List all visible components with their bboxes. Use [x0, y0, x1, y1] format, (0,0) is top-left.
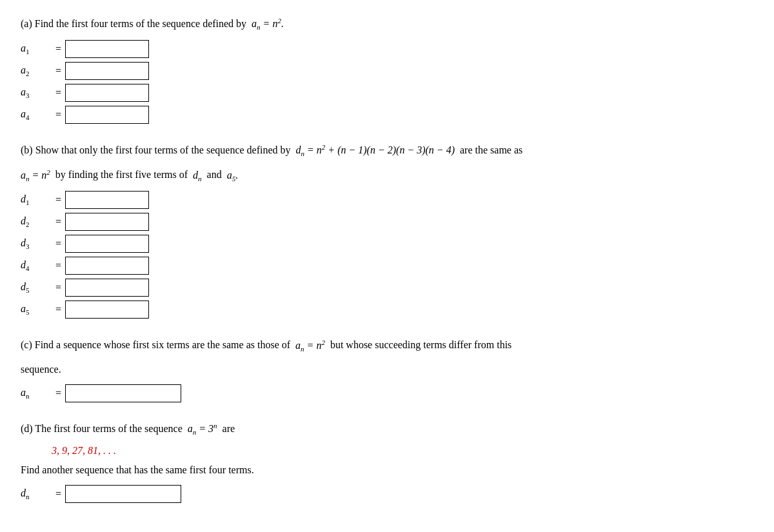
part-c-text2: sequence. [21, 361, 753, 378]
input-an-c[interactable] [65, 384, 181, 402]
label-d2: d2 [21, 215, 52, 228]
part-d-are: are [220, 423, 235, 434]
part-b-formula-dn: dn = n2 + (n − 1)(n − 2)(n − 3)(n − 4) [296, 144, 455, 155]
part-d-section: (d) The first four terms of the sequence… [21, 420, 753, 503]
input-d1[interactable] [65, 191, 149, 209]
part-c-but: but whose succeeding terms differ from t… [328, 340, 511, 351]
label-d1: d1 [21, 193, 52, 206]
part-b-and: and [204, 170, 224, 181]
label-a1: a1 [21, 43, 52, 55]
part-a-text: (a) Find the first four terms of the seq… [21, 15, 753, 34]
label-a5: a5 [21, 303, 52, 316]
eq-d2: = [55, 216, 61, 228]
part-a-row-1: a1 = [21, 40, 753, 58]
label-d4: d4 [21, 259, 52, 272]
part-a-section: (a) Find the first four terms of the seq… [21, 15, 753, 124]
part-b-section: (b) Show that only the first four terms … [21, 142, 753, 319]
part-c-formula: an = n2 [295, 340, 325, 351]
part-d-formula: an = 3n [188, 423, 217, 434]
input-a5[interactable] [65, 300, 149, 319]
input-d5[interactable] [65, 279, 149, 297]
eq-d4: = [55, 260, 61, 271]
label-dn-d: dn [21, 488, 52, 500]
eq-a5: = [55, 304, 61, 315]
part-b-row-d1: d1 = [21, 191, 753, 209]
part-c-label: (c) Find a sequence whose first six term… [21, 340, 293, 351]
eq-d1: = [55, 194, 61, 206]
part-b-a5-ref: a5. [227, 170, 239, 181]
part-b-row-d5: d5 = [21, 279, 753, 297]
part-b-byfinding: by finding the first five terms of [53, 170, 190, 181]
eq-a4: = [55, 109, 61, 121]
part-b-an-n2: an = n2 [21, 170, 50, 181]
label-a2: a2 [21, 64, 52, 77]
part-b-row-d3: d3 = [21, 235, 753, 253]
part-d-text: (d) The first four terms of the sequence… [21, 420, 753, 438]
input-d4[interactable] [65, 257, 149, 275]
eq-a3: = [55, 87, 61, 99]
eq-dn-d: = [55, 488, 61, 500]
part-b-row-d2: d2 = [21, 213, 753, 231]
part-a-row-3: a3 = [21, 84, 753, 102]
input-d3[interactable] [65, 235, 149, 253]
part-b-text2: an = n2 by finding the first five terms … [21, 166, 753, 184]
input-a3[interactable] [65, 84, 149, 102]
part-b-text: (b) Show that only the first four terms … [21, 142, 753, 160]
part-a-formula: an = n2. [252, 18, 284, 29]
label-a3: a3 [21, 86, 52, 99]
part-c-row: an = [21, 384, 753, 402]
part-d-label: (d) The first four terms of the sequence [21, 423, 185, 434]
eq-d5: = [55, 282, 61, 293]
part-c-sequence-word: sequence. [21, 364, 61, 375]
part-d-find: Find another sequence that has the same … [21, 464, 254, 475]
part-b-row-d4: d4 = [21, 257, 753, 275]
part-b-are-same: are the same as [457, 144, 522, 155]
part-a-row-4: a4 = [21, 106, 753, 124]
part-a-row-2: a2 = [21, 62, 753, 80]
part-c-section: (c) Find a sequence whose first six term… [21, 337, 753, 402]
part-b-label: (b) Show that only the first four terms … [21, 144, 293, 155]
part-b-dn-ref: dn [193, 170, 202, 181]
input-a2[interactable] [65, 62, 149, 80]
part-d-find-text: Find another sequence that has the same … [21, 462, 753, 478]
input-a4[interactable] [65, 106, 149, 124]
eq-a1: = [55, 43, 61, 55]
label-d5: d5 [21, 281, 52, 294]
input-a1[interactable] [65, 40, 149, 58]
label-a4: a4 [21, 108, 52, 121]
part-c-text: (c) Find a sequence whose first six term… [21, 337, 753, 355]
part-a-label: (a) Find the first four terms of the seq… [21, 18, 249, 29]
eq-a2: = [55, 65, 61, 77]
part-d-sequence: 3, 9, 27, 81, . . . [52, 445, 753, 457]
label-an-c: an [21, 387, 52, 400]
eq-d3: = [55, 238, 61, 250]
label-d3: d3 [21, 237, 52, 250]
input-d2[interactable] [65, 213, 149, 231]
input-dn-d[interactable] [65, 485, 181, 503]
eq-an-c: = [55, 388, 61, 399]
part-b-row-a5: a5 = [21, 300, 753, 319]
part-d-row: dn = [21, 485, 753, 503]
